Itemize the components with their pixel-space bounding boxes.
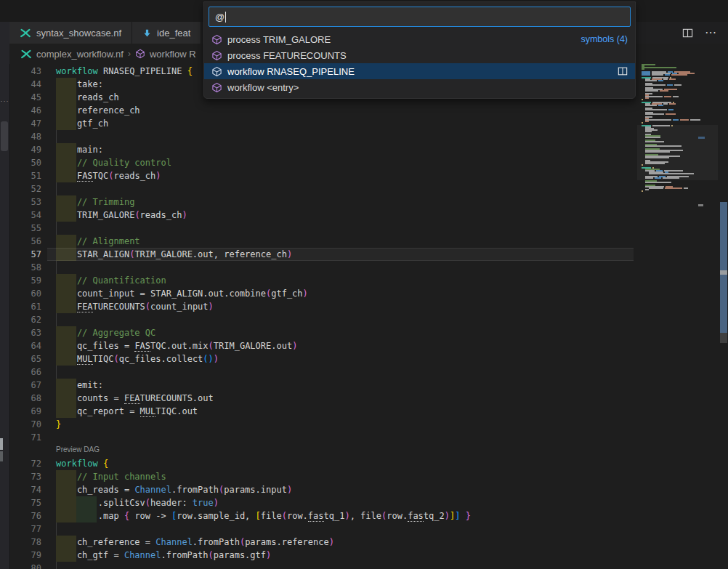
code-line-46[interactable]: 46 reference_ch xyxy=(9,104,728,117)
code-line-68[interactable]: 68 counts = FEATURECOUNTS.out xyxy=(9,392,728,405)
code-line-67[interactable]: 67 emit: xyxy=(9,379,728,392)
minimap-slider[interactable] xyxy=(637,125,718,180)
breadcrumb-file[interactable]: complex_workflow.nf xyxy=(36,49,124,60)
quick-pick-item-label: process FEATURECOUNTS xyxy=(227,50,347,61)
codelens-preview-dag[interactable]: Preview DAG xyxy=(9,444,728,457)
indent-guide xyxy=(56,261,57,274)
indent-bar xyxy=(56,78,76,91)
line-number: 65 xyxy=(9,352,47,366)
line-number: 52 xyxy=(9,182,47,195)
code-line-49[interactable]: 49 main: xyxy=(9,143,728,156)
line-number: 60 xyxy=(9,287,47,300)
line-number: 63 xyxy=(9,326,47,339)
code-line-72[interactable]: 72workflow { xyxy=(9,457,728,470)
code-line-48[interactable]: 48 xyxy=(9,130,728,143)
symbol-cube-icon xyxy=(211,34,222,45)
code-line-56[interactable]: 56 // Alignment xyxy=(9,235,728,248)
minimap-line xyxy=(645,113,676,115)
code-line-70[interactable]: 70} xyxy=(9,418,728,431)
minimap-line xyxy=(645,119,700,121)
code-line-59[interactable]: 59 // Quantification xyxy=(9,274,728,287)
nextflow-icon xyxy=(20,28,31,39)
code-line-66[interactable]: 66 xyxy=(9,366,728,379)
vertical-scrollbar[interactable] xyxy=(719,64,728,569)
code-line-69[interactable]: 69 qc_report = MULTIQC.out xyxy=(9,405,728,418)
tab-syntax_showcase.nf[interactable]: syntax_showcase.nf xyxy=(9,22,132,44)
code-line-63[interactable]: 63 // Aggregate QC xyxy=(9,326,728,339)
line-number: 73 xyxy=(9,470,47,483)
indent-bar xyxy=(56,274,76,287)
indent-bar xyxy=(56,549,76,562)
code-line-54[interactable]: 54 TRIM_GALORE(reads_ch) xyxy=(9,209,728,222)
code-line-60[interactable]: 60 count_input = STAR_ALIGN.out.combine(… xyxy=(9,287,728,300)
quick-pick-input[interactable]: @ xyxy=(209,7,631,27)
code-line-51[interactable]: 51 FASTQC(reads_ch) xyxy=(9,169,728,182)
minimap-line xyxy=(645,84,682,86)
code-line-80[interactable]: 80 xyxy=(9,562,728,569)
minimap-line xyxy=(645,80,663,81)
indent-bar xyxy=(56,169,76,182)
indent-bar xyxy=(56,536,76,549)
indent-guide xyxy=(56,222,57,235)
quick-pick-list: process TRIM_GALOREsymbols (4)process FE… xyxy=(204,31,635,95)
code-line-65[interactable]: 65 MULTIQC(qc_files.collect()) xyxy=(9,352,728,366)
quick-pick-item[interactable]: workflow <entry> xyxy=(204,79,635,95)
minimap-line xyxy=(645,109,674,110)
quick-pick-item[interactable]: process TRIM_GALOREsymbols (4) xyxy=(204,31,635,47)
line-number: 56 xyxy=(9,235,47,248)
minimap-line xyxy=(645,105,663,106)
indent-bar xyxy=(56,143,76,156)
code-line-52[interactable]: 52 xyxy=(9,182,728,195)
line-number: 47 xyxy=(9,117,47,130)
code-line-79[interactable]: 79 ch_gtf = Channel.fromPath(params.gtf) xyxy=(9,549,728,562)
breadcrumb-separator: › xyxy=(128,49,131,59)
code-line-47[interactable]: 47 gtf_ch xyxy=(9,117,728,130)
minimap-line xyxy=(642,68,644,70)
minimap-line xyxy=(642,74,687,76)
breadcrumb-symbol[interactable]: workflow R xyxy=(150,49,196,60)
more-actions-icon[interactable]: ⋯ xyxy=(705,29,716,36)
line-number: 62 xyxy=(9,313,47,326)
code-line-71[interactable]: 71 xyxy=(9,431,728,444)
split-editor-icon[interactable] xyxy=(682,28,693,39)
indent-bar xyxy=(56,235,76,248)
scrollbar-cursor-mark xyxy=(720,270,727,275)
code-line-64[interactable]: 64 qc_files = FASTQC.out.mix(TRIM_GALORE… xyxy=(9,339,728,352)
code-editor[interactable]: 43workflow RNASEQ_PIPELINE {44 take:45 r… xyxy=(9,64,728,569)
nextflow-icon xyxy=(20,49,32,60)
line-content: ch_reads = Channel.fromPath(params.input… xyxy=(47,483,292,496)
line-number: 78 xyxy=(9,536,47,549)
code-line-62[interactable]: 62 xyxy=(9,313,728,326)
code-line-55[interactable]: 55 xyxy=(9,222,728,235)
vscode-window: ··· syntax_showcase.nfide_feat ⋯ complex… xyxy=(0,0,728,569)
line-number: 69 xyxy=(9,405,47,418)
line-number: 51 xyxy=(9,169,47,182)
line-content: ch_gtf = Channel.fromPath(params.gtf) xyxy=(47,549,271,562)
line-number: 59 xyxy=(9,274,47,287)
indent-bar xyxy=(56,91,76,104)
tab-label: syntax_showcase.nf xyxy=(36,28,121,39)
code-line-58[interactable]: 58 xyxy=(9,261,728,274)
code-line-74[interactable]: 74 ch_reads = Channel.fromPath(params.in… xyxy=(9,483,728,496)
indent-bar xyxy=(56,339,76,352)
symbol-cube-icon xyxy=(211,66,222,77)
line-number: 72 xyxy=(9,457,47,470)
line-content: workflow { xyxy=(47,457,108,470)
quick-pick-item[interactable]: process FEATURECOUNTS xyxy=(204,47,635,63)
tab-ide_feat[interactable]: ide_feat xyxy=(132,22,201,44)
code-line-77[interactable]: 77 xyxy=(9,522,728,536)
scrollbar-thumb[interactable] xyxy=(720,202,727,333)
line-number: 79 xyxy=(9,549,47,562)
open-to-side-icon[interactable] xyxy=(618,66,628,76)
code-line-57[interactable]: 57 STAR_ALIGN(TRIM_GALORE.out, reference… xyxy=(9,248,728,261)
code-line-78[interactable]: 78 ch_reference = Channel.fromPath(param… xyxy=(9,536,728,549)
code-line-53[interactable]: 53 // Trimming xyxy=(9,195,728,209)
code-line-50[interactable]: 50 // Quality control xyxy=(9,156,728,169)
code-line-61[interactable]: 61 FEATURECOUNTS(count_input) xyxy=(9,300,728,313)
code-line-73[interactable]: 73 // Input channels xyxy=(9,470,728,483)
indent-bar xyxy=(76,509,97,522)
current-line-highlight xyxy=(47,248,634,261)
code-line-76[interactable]: 76 .map { row -> [row.sample_id, [file(r… xyxy=(9,509,728,522)
code-line-75[interactable]: 75 .splitCsv(header: true) xyxy=(9,496,728,509)
quick-pick-item[interactable]: workflow RNASEQ_PIPELINE xyxy=(204,63,635,79)
